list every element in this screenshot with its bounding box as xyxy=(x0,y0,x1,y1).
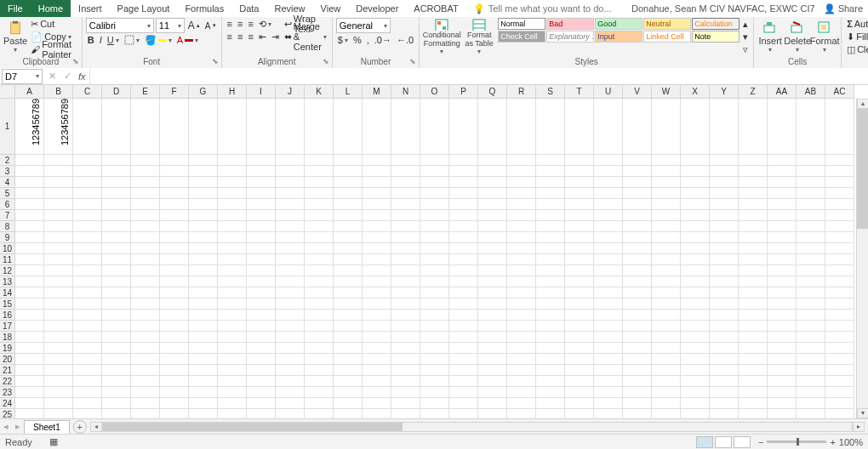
cell[interactable] xyxy=(15,409,44,418)
cell[interactable] xyxy=(391,332,420,343)
cell[interactable] xyxy=(797,276,825,287)
column-header[interactable]: B xyxy=(44,85,73,99)
cell[interactable] xyxy=(710,343,739,354)
cell[interactable] xyxy=(363,276,391,287)
cell[interactable] xyxy=(449,287,478,298)
column-header[interactable]: AA xyxy=(768,85,797,99)
row-header[interactable]: 11 xyxy=(0,254,15,265)
row-header[interactable]: 24 xyxy=(0,398,15,409)
cell[interactable] xyxy=(218,354,247,365)
cell[interactable] xyxy=(507,254,536,265)
cell[interactable] xyxy=(276,265,305,276)
cell[interactable] xyxy=(15,199,44,210)
cell[interactable] xyxy=(391,321,420,332)
cell[interactable] xyxy=(449,365,478,376)
cell[interactable] xyxy=(536,188,565,199)
cell[interactable] xyxy=(73,310,102,321)
cell[interactable] xyxy=(276,365,305,376)
cell[interactable] xyxy=(73,332,102,343)
cell[interactable] xyxy=(102,188,131,199)
cell[interactable] xyxy=(797,310,825,321)
cell[interactable] xyxy=(102,332,131,343)
cell[interactable] xyxy=(160,298,189,310)
cell[interactable] xyxy=(710,232,739,243)
cell[interactable] xyxy=(160,398,189,409)
cell[interactable] xyxy=(218,409,247,418)
font-size-combo[interactable]: 11▾ xyxy=(156,18,185,33)
cell[interactable] xyxy=(73,155,102,166)
cell[interactable] xyxy=(768,199,797,210)
cell[interactable] xyxy=(768,155,797,166)
vscroll-thumb[interactable] xyxy=(857,109,868,229)
cell[interactable] xyxy=(739,354,768,365)
cell[interactable] xyxy=(536,332,565,343)
cell[interactable] xyxy=(652,265,681,276)
row-header[interactable]: 3 xyxy=(0,166,15,177)
cell[interactable] xyxy=(449,199,478,210)
cell[interactable] xyxy=(594,387,623,398)
scroll-up-button[interactable]: ▴ xyxy=(857,99,868,109)
cell[interactable] xyxy=(681,265,710,276)
cell[interactable] xyxy=(797,166,825,177)
cell[interactable] xyxy=(536,199,565,210)
cell[interactable] xyxy=(160,221,189,232)
cell[interactable] xyxy=(739,155,768,166)
cell[interactable] xyxy=(594,166,623,177)
cell[interactable] xyxy=(131,287,160,298)
cell[interactable] xyxy=(334,243,363,254)
cell[interactable] xyxy=(565,387,594,398)
cell[interactable] xyxy=(739,276,768,287)
horizontal-scrollbar[interactable]: ◂ ▸ xyxy=(90,421,865,433)
cell[interactable] xyxy=(768,276,797,287)
cell[interactable] xyxy=(363,298,391,310)
cell[interactable] xyxy=(73,376,102,387)
cell[interactable] xyxy=(276,343,305,354)
style-input[interactable]: Input xyxy=(595,31,642,43)
cell[interactable] xyxy=(73,243,102,254)
cell[interactable] xyxy=(189,221,218,232)
cell[interactable] xyxy=(189,354,218,365)
cell[interactable] xyxy=(391,210,420,221)
cell[interactable] xyxy=(131,343,160,354)
cell[interactable] xyxy=(334,99,363,155)
column-header[interactable]: Q xyxy=(478,85,507,99)
cell[interactable] xyxy=(102,287,131,298)
cell[interactable] xyxy=(160,376,189,387)
cell[interactable] xyxy=(681,287,710,298)
cell[interactable] xyxy=(825,409,854,418)
align-left-button[interactable]: ≡ xyxy=(226,31,234,43)
cell[interactable] xyxy=(131,177,160,188)
zoom-out-button[interactable]: − xyxy=(758,437,763,447)
cell[interactable] xyxy=(739,232,768,243)
cell[interactable] xyxy=(44,409,73,418)
cell[interactable] xyxy=(449,221,478,232)
cell[interactable] xyxy=(247,298,276,310)
cell[interactable] xyxy=(594,287,623,298)
cell[interactable] xyxy=(710,365,739,376)
vertical-scrollbar[interactable]: ▴ ▾ xyxy=(856,99,868,418)
cell[interactable] xyxy=(420,298,449,310)
cell[interactable] xyxy=(44,276,73,287)
cell[interactable] xyxy=(420,365,449,376)
cell[interactable] xyxy=(73,343,102,354)
cell[interactable] xyxy=(44,221,73,232)
cell[interactable] xyxy=(189,287,218,298)
font-dialog-launcher[interactable]: ⬊ xyxy=(211,58,220,66)
cell[interactable] xyxy=(131,166,160,177)
cell[interactable] xyxy=(73,166,102,177)
cell[interactable] xyxy=(768,166,797,177)
row-header[interactable]: 23 xyxy=(0,387,15,398)
cell[interactable] xyxy=(681,376,710,387)
cell[interactable] xyxy=(594,155,623,166)
cell[interactable] xyxy=(478,376,507,387)
increase-indent-button[interactable]: ⇥ xyxy=(270,31,281,43)
conditional-formatting-button[interactable]: Conditional Formatting▾ xyxy=(423,18,460,55)
cell[interactable] xyxy=(449,254,478,265)
cell[interactable] xyxy=(565,166,594,177)
orientation-button[interactable]: ⟲▾ xyxy=(257,18,273,30)
cell[interactable] xyxy=(160,321,189,332)
cell[interactable] xyxy=(44,332,73,343)
cell[interactable] xyxy=(44,210,73,221)
row-header[interactable]: 7 xyxy=(0,210,15,221)
cell[interactable] xyxy=(247,243,276,254)
